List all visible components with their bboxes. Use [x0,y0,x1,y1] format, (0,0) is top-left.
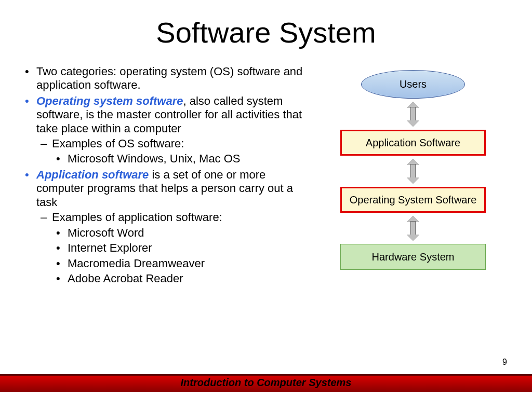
bullet-list: Two categories: operating system (OS) so… [21,65,304,288]
layer-diagram: Users Application Software Operating Sys… [315,65,511,288]
bullet-os-examples-label: Examples of OS software: Microsoft Windo… [36,136,304,166]
slide-title: Software System [21,16,511,49]
diagram-os-software: Operating System Software [340,187,486,213]
diagram-app-software: Application Software [340,130,486,156]
app-example-item: Adobe Acrobat Reader [52,271,304,286]
arrow-icon [407,99,419,130]
bullet-app: Application software is a set of one or … [21,168,304,286]
bullet-os: Operating system software, also called s… [21,94,304,166]
app-example-item: Internet Explorer [52,241,304,255]
app-example-item: Microsoft Word [52,226,304,240]
bullet-app-examples-label: Examples of application software: Micros… [36,210,304,286]
content-wrap: Two categories: operating system (OS) so… [21,65,511,288]
footer-text: Introduction to Computer Systems [181,377,352,389]
term-app: Application software [36,168,149,181]
os-example-item: Microsoft Windows, Unix, Mac OS [52,152,304,166]
app-example-item: Macromedia Dreamweaver [52,256,304,271]
term-os: Operating system software [36,94,183,107]
arrow-icon [407,156,419,187]
os-examples-text: Examples of OS software: [52,137,184,150]
diagram-users: Users [361,70,465,99]
bullet-categories: Two categories: operating system (OS) so… [21,65,304,92]
arrow-icon [407,213,419,244]
app-examples-text: Examples of application software: [52,211,222,224]
page-number: 9 [502,358,507,367]
slide: Software System Two categories: operatin… [0,0,532,398]
diagram-hardware: Hardware System [340,244,486,270]
footer-bar: Introduction to Computer Systems [0,374,532,392]
